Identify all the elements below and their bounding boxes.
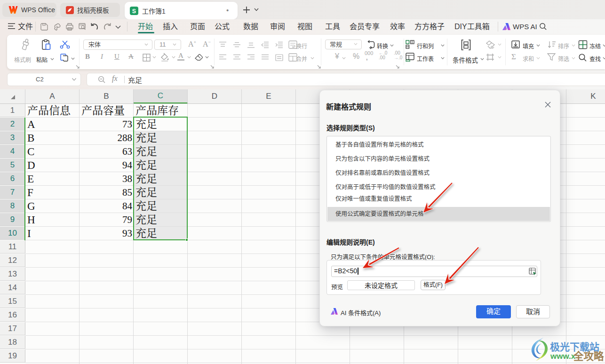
svg-text:www.x: www.x [550, 352, 576, 361]
svg-text:全攻略: 全攻略 [573, 348, 604, 363]
svg-text:S: S [132, 8, 136, 14]
